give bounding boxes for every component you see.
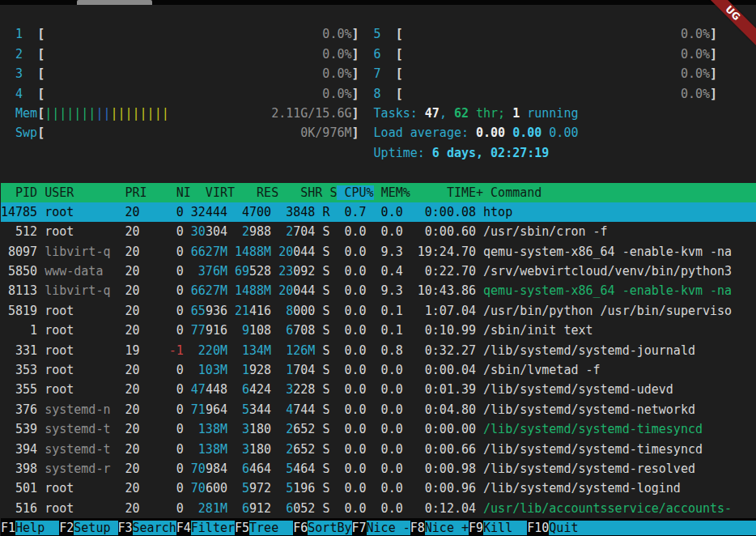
cell-shr: 704: [293, 224, 315, 239]
cell-virt-prefix: 70: [191, 462, 206, 476]
cell-pri: 19: [110, 343, 139, 358]
cpu-meter-row-3: 3 [ 0.0%] 7 [ 0.0%]: [1, 64, 756, 83]
cell-mem: 0.0: [374, 205, 403, 219]
process-row-pid-8113[interactable]: 8113 libvirt-q 20 0 6627M 1488M 20044 S …: [1, 281, 756, 300]
fkey-label-f7[interactable]: F7: [352, 521, 367, 535]
cell-cpu: 0.0: [337, 264, 366, 279]
fkey-action-tree[interactable]: Tree: [249, 521, 293, 535]
fkey-action-filter[interactable]: Filter: [191, 521, 235, 535]
cpu-meter-value-7: 0.0%: [681, 66, 710, 81]
column-header-virt[interactable]: VIRT: [198, 185, 235, 200]
fkey-action-kill[interactable]: Kill: [483, 521, 527, 535]
column-header-ni[interactable]: NI: [155, 185, 191, 200]
cell-command: htop: [483, 205, 512, 219]
cpu-meter-value-2: 0.0%: [322, 47, 351, 62]
cell-pri: 20: [110, 224, 139, 239]
process-row-pid-539[interactable]: 539 systemd-t 20 0 138M 3180 2652 S 0.0 …: [1, 419, 756, 439]
meter-open-bracket: [: [37, 87, 45, 101]
process-row-pid-14785[interactable]: 14785 root 20 0 32444 4700 3848 R 0.7 0.…: [1, 202, 756, 222]
cell-command: /lib/systemd/systemd-journald: [483, 343, 695, 358]
fkey-action-search[interactable]: Search: [133, 521, 176, 535]
cell-command: /lib/systemd/systemd-networkd: [483, 402, 695, 417]
cpu-id-8: 8: [374, 87, 381, 101]
fkey-action-quit[interactable]: Quit: [549, 521, 756, 535]
process-row-pid-353[interactable]: 353 root 20 0 103M 1928 1704 S 0.0 0.0 0…: [1, 360, 756, 380]
process-row-pid-5819[interactable]: 5819 root 20 0 65936 21416 8000 S 0.0 0.…: [1, 301, 756, 321]
cell-res: 700: [249, 205, 271, 219]
cell-res: 344: [249, 402, 271, 417]
fkey-action-nice-[interactable]: Nice +: [425, 521, 469, 535]
cell-shr: 000: [293, 304, 315, 318]
meter-open-bracket: [: [396, 87, 403, 101]
process-row-pid-512[interactable]: 512 root 20 0 30304 2988 2704 S 0.0 0.0 …: [1, 222, 756, 241]
htop-terminal: 1 [ 0.0%] 5 [ 0.0%] 2 [ 0.0%] 6 [ 0.0%] …: [1, 5, 756, 536]
cell-command: /lib/systemd/systemd-udevd: [483, 382, 673, 397]
fkey-label-f8[interactable]: F8: [410, 521, 425, 535]
cell-time: 0:00.00: [410, 422, 476, 436]
cell-mem: 0.0: [374, 481, 403, 496]
column-header-mem[interactable]: MEM%: [381, 185, 410, 200]
cell-command: /sbin/lvmetad -f: [483, 363, 601, 377]
process-row-pid-1[interactable]: 1 root 20 0 77916 9108 6708 S 0.0 0.1 0:…: [1, 321, 756, 340]
process-row-pid-501[interactable]: 501 root 20 0 70600 5972 5196 S 0.0 0.0 …: [1, 479, 756, 498]
cpu-id-1: 1: [15, 27, 23, 41]
process-row-pid-516[interactable]: 516 root 20 0 281M 6912 6052 S 0.0 0.0 0…: [1, 499, 756, 518]
column-header-time[interactable]: TIME+: [418, 185, 483, 200]
meter-open-bracket: [: [396, 47, 403, 62]
cell-command: /lib/systemd/systemd-resolved: [483, 462, 695, 476]
column-header-shr[interactable]: SHR: [286, 185, 322, 200]
process-row-pid-394[interactable]: 394 systemd-t 20 0 138M 3180 2652 S 0.0 …: [1, 440, 756, 459]
process-row-pid-5850[interactable]: 5850 www-data 20 0 376M 69528 23092 S 0.…: [1, 262, 756, 281]
column-header-res[interactable]: RES: [242, 185, 278, 200]
cpu-meter-value-8: 0.0%: [681, 87, 710, 101]
tasks-summary-part-1: 47: [425, 106, 440, 121]
fkey-label-f9[interactable]: F9: [469, 521, 483, 535]
cell-command: /lib/systemd/systemd-logind: [483, 481, 681, 496]
process-row-pid-8097[interactable]: 8097 libvirt-q 20 0 6627M 1488M 20044 S …: [1, 242, 756, 262]
fkey-action-setup[interactable]: Setup: [74, 521, 117, 535]
fkey-action-help[interactable]: Help: [15, 521, 59, 535]
uptime-row: Uptime: 6 days, 02:27:19: [1, 143, 756, 163]
fkey-label-f1[interactable]: F1: [1, 521, 15, 535]
cell-pid: 516: [1, 501, 37, 516]
column-header-user[interactable]: USER: [45, 185, 110, 200]
cell-command: /usr/lib/accountsservice/accounts-: [483, 501, 732, 516]
process-row-pid-331[interactable]: 331 root 19 -1 220M 134M 126M S 0.0 0.8 …: [1, 341, 756, 360]
cell-user: systemd-t: [45, 422, 110, 436]
cell-shr-prefix: 6: [286, 323, 293, 338]
fkey-label-f6[interactable]: F6: [293, 521, 308, 535]
cell-pri: 20: [110, 462, 139, 476]
meter-close-bracket: ]: [352, 106, 359, 121]
function-key-bar: F1Help F2Setup F3SearchF4FilterF5Tree F6…: [1, 518, 756, 536]
fkey-label-f2[interactable]: F2: [59, 521, 74, 535]
cell-user: root: [45, 363, 110, 377]
cpu-id-7: 7: [374, 66, 381, 81]
cell-shr-prefix: 23: [278, 264, 293, 279]
cell-cpu: 0.0: [337, 343, 366, 358]
cell-virt: 6627M: [191, 245, 227, 259]
column-header-pri[interactable]: PRI: [118, 185, 147, 200]
cell-ni: 0: [147, 205, 184, 219]
mem-meter-row: Mem[||||||||||||||||| 2.11G/15.6G] Tasks…: [1, 104, 756, 123]
meter-open-bracket: [: [37, 47, 45, 62]
column-header-command[interactable]: Command: [491, 185, 542, 200]
process-row-pid-398[interactable]: 398 systemd-r 20 0 70984 6464 5464 S 0.0…: [1, 459, 756, 479]
fkey-label-f3[interactable]: F3: [118, 521, 133, 535]
cell-shr: 848: [293, 205, 315, 219]
mem-meter-label: Mem: [15, 106, 37, 121]
cell-virt: 103M: [198, 363, 227, 377]
fkey-label-f4[interactable]: F4: [176, 521, 191, 535]
cell-pid: 8113: [1, 283, 37, 298]
fkey-action-sortby[interactable]: SortBy: [308, 521, 351, 535]
fkey-action-nice-[interactable]: Nice -: [367, 521, 410, 535]
cell-ni: 0: [147, 224, 184, 239]
cell-cpu: 0.0: [337, 422, 366, 436]
process-row-pid-355[interactable]: 355 root 20 0 47448 6424 3228 S 0.0 0.0 …: [1, 380, 756, 399]
column-header-cpu-sorted[interactable]: CPU%: [337, 185, 373, 200]
cell-command: /lib/systemd/systemd-timesyncd: [483, 442, 703, 457]
fkey-label-f10[interactable]: F10: [527, 521, 549, 535]
column-header-pid[interactable]: PID: [1, 185, 37, 200]
process-row-pid-376[interactable]: 376 systemd-n 20 0 71964 5344 4744 S 0.0…: [1, 400, 756, 419]
fkey-label-f5[interactable]: F5: [235, 521, 249, 535]
cell-shr: 052: [293, 501, 315, 516]
